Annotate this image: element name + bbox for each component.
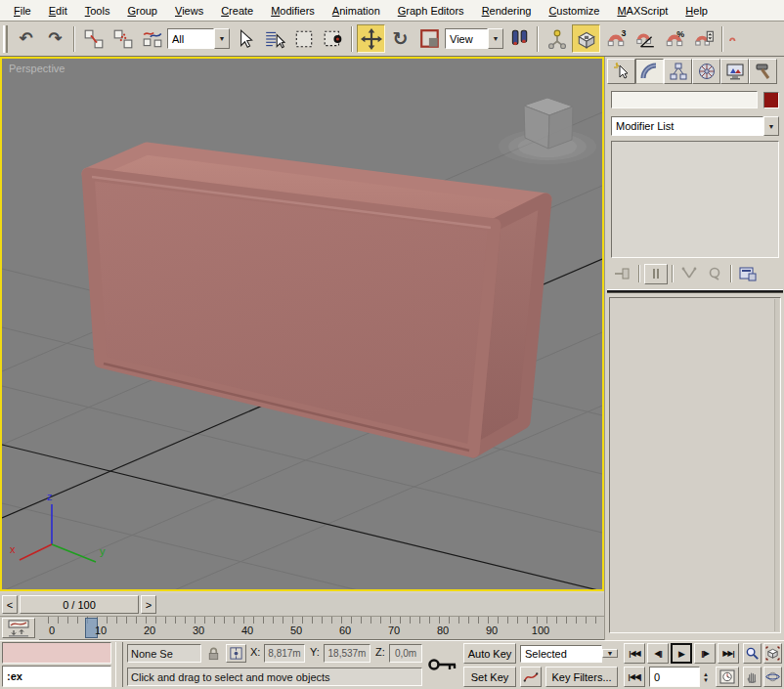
show-end-result-button[interactable] [644, 264, 668, 284]
set-keys-button[interactable] [426, 643, 459, 686]
set-key-button[interactable]: Set Key [463, 667, 516, 687]
time-configuration-button[interactable] [716, 667, 739, 687]
menu-tools[interactable]: Tools [77, 3, 118, 19]
select-and-manipulate-button[interactable] [543, 24, 571, 53]
viewport-canvas[interactable]: z x y [2, 59, 602, 589]
menu-maxscript[interactable]: MAXScript [609, 3, 675, 19]
time-slider-handle[interactable]: 0 / 100 [20, 595, 139, 614]
key-filters-button[interactable]: Key Filters... [545, 667, 618, 687]
select-object-button[interactable] [231, 24, 259, 53]
tab-hierarchy[interactable] [664, 59, 692, 84]
menu-modifiers[interactable]: Modifiers [263, 3, 323, 19]
menu-file[interactable]: File [6, 3, 39, 19]
snaps-toggle-button[interactable] [572, 24, 600, 53]
redo-button[interactable]: ↷ [41, 24, 69, 53]
dropdown-arrow-icon[interactable]: ▼ [602, 649, 618, 658]
arc-rotate-button[interactable] [763, 667, 782, 687]
viewcube[interactable] [499, 98, 596, 164]
timeline-ruler[interactable]: 0 10 20 30 40 50 60 70 80 90 100 [39, 617, 604, 640]
rollout-area[interactable] [609, 297, 781, 633]
maxscript-macro-recorder[interactable] [2, 642, 111, 664]
next-frame-button[interactable]: ||▶ [694, 643, 716, 664]
dropdown-arrow-icon[interactable]: ▼ [214, 28, 230, 49]
modifier-list-dropdown[interactable]: Modifier List ▼ [611, 116, 779, 136]
menu-rendering[interactable]: Rendering [474, 3, 540, 19]
go-to-end-button[interactable]: ▶▶| [718, 643, 739, 664]
zoom-extents-button[interactable] [763, 643, 782, 664]
modifier-stack-list[interactable] [611, 141, 779, 258]
rotate-icon: ↻ [393, 29, 409, 48]
open-mini-curve-editor-button[interactable] [2, 618, 35, 638]
play-button[interactable]: ▶ [671, 643, 692, 664]
dropdown-arrow-icon[interactable]: ▼ [488, 28, 503, 49]
selection-region-button[interactable] [289, 24, 318, 53]
mini-curve-editor-icon [8, 620, 29, 637]
tab-utilities[interactable] [749, 59, 777, 84]
tab-display[interactable] [720, 59, 749, 84]
toolbar-grip[interactable] [3, 25, 8, 53]
menu-views[interactable]: Views [167, 3, 211, 19]
unlink-selection-button[interactable] [109, 24, 137, 53]
make-unique-button[interactable] [677, 264, 701, 284]
viewport-perspective[interactable]: z x y Perspective [0, 57, 604, 591]
viewport-label[interactable]: Perspective [9, 63, 65, 74]
chamferbox-object[interactable] [88, 149, 545, 452]
toolbar-clipped-button[interactable] [727, 24, 739, 53]
menu-edit[interactable]: Edit [41, 3, 75, 19]
time-slider-prev-button[interactable]: < [2, 595, 18, 614]
rollout-scrollbar[interactable] [774, 299, 779, 631]
bind-to-space-warp-button[interactable] [138, 24, 166, 53]
key-mode-dropdown[interactable]: Selected ▼ [520, 643, 618, 664]
object-name-field[interactable] [611, 91, 758, 108]
menu-animation[interactable]: Animation [325, 3, 388, 19]
pan-view-button[interactable] [743, 667, 762, 687]
menu-help[interactable]: Help [677, 3, 716, 19]
pin-stack-button[interactable] [611, 264, 634, 284]
maxscript-mini-listener[interactable]: :ex [2, 666, 111, 687]
use-pivot-point-center-button[interactable] [504, 24, 533, 53]
select-and-link-button[interactable] [79, 24, 108, 53]
tab-motion[interactable] [692, 59, 720, 84]
menu-graph-editors[interactable]: Graph Editors [390, 3, 472, 19]
hierarchy-icon [669, 62, 688, 81]
snap-toggle-3d-button[interactable]: 3 [601, 24, 630, 53]
selection-lock-toggle[interactable] [205, 645, 222, 662]
auto-key-button[interactable]: Auto Key [463, 643, 516, 664]
frame-spinner[interactable]: ▲ ▼ [700, 667, 712, 687]
spinner-down-icon[interactable]: ▼ [703, 677, 709, 683]
y-coordinate-field[interactable]: 18,537m [324, 644, 370, 663]
go-to-start-button[interactable]: |◀◀ [624, 643, 645, 664]
selection-filter-dropdown[interactable]: All ▼ [167, 28, 230, 49]
menu-create[interactable]: Create [213, 3, 261, 19]
select-and-scale-button[interactable] [415, 24, 444, 53]
y-coordinate-label: Y: [310, 646, 320, 658]
select-and-rotate-button[interactable]: ↻ [386, 24, 414, 53]
menu-customize[interactable]: Customize [541, 3, 607, 19]
zoom-button[interactable] [743, 643, 762, 664]
time-slider-next-button[interactable]: > [141, 595, 156, 614]
undo-button[interactable]: ↶ [12, 24, 40, 53]
absolute-offset-mode-toggle[interactable] [226, 644, 246, 663]
default-tangent-button[interactable] [520, 667, 542, 687]
tab-create[interactable] [607, 59, 635, 84]
listener-splitter[interactable] [115, 642, 123, 687]
x-coordinate-field[interactable]: 8,817m [264, 644, 305, 663]
reference-coordinate-system-dropdown[interactable]: View ▼ [445, 28, 503, 49]
z-coordinate-field[interactable]: 0,0m [389, 644, 422, 663]
select-and-move-button[interactable] [357, 24, 385, 53]
menu-group[interactable]: Group [119, 3, 165, 19]
select-by-name-button[interactable] [260, 24, 288, 53]
spinner-snap-button[interactable] [689, 24, 718, 53]
object-color-swatch[interactable] [763, 92, 779, 108]
percent-snap-button[interactable]: % [660, 24, 688, 53]
configure-modifier-sets-button[interactable] [736, 264, 760, 284]
angle-snap-button[interactable] [631, 24, 659, 53]
key-mode-toggle-button[interactable]: |◀◀| [624, 667, 645, 687]
window-crossing-button[interactable] [319, 24, 347, 53]
dropdown-arrow-icon[interactable]: ▼ [763, 116, 779, 136]
tab-modify[interactable] [635, 59, 664, 84]
previous-frame-button[interactable]: ◀|| [647, 643, 669, 664]
remove-modifier-button[interactable] [703, 264, 726, 284]
current-frame-field[interactable]: 0 [649, 667, 700, 687]
panel-separator [607, 289, 783, 293]
